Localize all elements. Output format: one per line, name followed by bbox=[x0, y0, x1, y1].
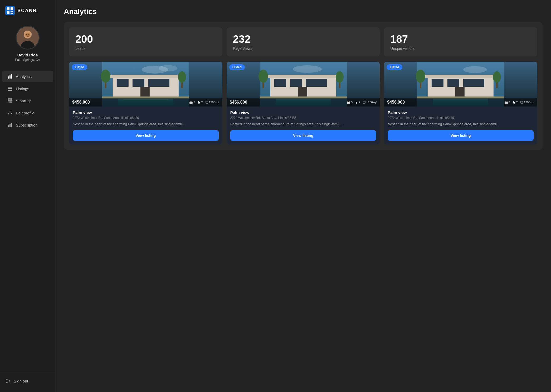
svg-point-39 bbox=[159, 65, 177, 71]
listing-baths-1: 2 bbox=[198, 101, 203, 104]
listing-desc-2: Nestled in the heart of the charming Pal… bbox=[230, 122, 376, 127]
profile-location: Palm Springs, CA bbox=[15, 58, 40, 62]
subscription-icon bbox=[7, 122, 13, 128]
svg-rect-55 bbox=[190, 101, 191, 103]
svg-rect-65 bbox=[306, 79, 327, 87]
sidebar-item-analytics[interactable]: Analytics bbox=[2, 71, 53, 82]
svg-rect-42 bbox=[117, 79, 129, 87]
profile-name: David Rios bbox=[17, 53, 38, 57]
listing-address-1: 2972 Westheimer Rd. Santa Ana, Illinois … bbox=[73, 116, 219, 120]
svg-rect-84 bbox=[447, 79, 459, 87]
listing-image-2: Listed $456,000 3 2 bbox=[227, 62, 380, 107]
svg-rect-96 bbox=[506, 101, 508, 103]
svg-rect-3 bbox=[7, 11, 9, 14]
svg-rect-85 bbox=[463, 79, 484, 87]
logo: SCANR bbox=[0, 0, 55, 21]
listing-price-3: $456,000 bbox=[387, 100, 405, 105]
listing-beds-3: 3 bbox=[505, 101, 510, 104]
sidebar-item-subscription-label: Subscription bbox=[16, 123, 38, 127]
sidebar-nav: Analytics Listings Smart qr Edit profile… bbox=[0, 68, 55, 372]
analytics-container: 200 Leads 232 Page Views 187 Unique visi… bbox=[64, 22, 543, 150]
listing-specs-3: 3 2 1200sqf bbox=[505, 101, 534, 104]
page-title: Analytics bbox=[64, 7, 543, 16]
svg-rect-21 bbox=[8, 87, 9, 88]
avatar bbox=[16, 26, 40, 50]
listing-name-3: Palm view bbox=[388, 110, 534, 115]
listings-row: Listed $456,000 3 2 bbox=[69, 62, 537, 144]
listing-body-2: Palm view 2972 Westheimer Rd. Santa Ana,… bbox=[227, 107, 380, 144]
svg-rect-2 bbox=[11, 7, 13, 10]
signout-button[interactable]: Sign out bbox=[5, 376, 50, 386]
listing-price-2: $456,000 bbox=[230, 100, 247, 105]
svg-rect-19 bbox=[8, 88, 12, 89]
svg-rect-58 bbox=[206, 101, 208, 103]
svg-rect-34 bbox=[9, 124, 11, 127]
stat-pageviews-label: Page Views bbox=[233, 46, 374, 51]
listing-specs-1: 3 2 1200sqf bbox=[189, 101, 219, 104]
svg-rect-83 bbox=[432, 79, 443, 87]
sidebar-item-listings[interactable]: Listings bbox=[2, 83, 53, 94]
listing-sqft-2: 1200sqf bbox=[363, 101, 377, 104]
sidebar-item-edit-profile[interactable]: Edit profile bbox=[2, 107, 53, 119]
sidebar-item-analytics-label: Analytics bbox=[16, 74, 32, 79]
stat-visitors-number: 187 bbox=[390, 33, 531, 45]
svg-rect-82 bbox=[425, 75, 496, 78]
listing-badge-3: Listed bbox=[387, 64, 402, 70]
listing-image-3: Listed $456,000 3 2 bbox=[384, 62, 537, 107]
view-listing-button-1[interactable]: View listing bbox=[73, 130, 219, 141]
svg-rect-66 bbox=[298, 87, 307, 97]
scanr-logo-icon bbox=[5, 6, 15, 15]
svg-point-47 bbox=[101, 70, 110, 83]
listing-address-3: 2972 Westheimer Rd. Santa Ana, Illinois … bbox=[388, 116, 534, 120]
view-listing-button-3[interactable]: View listing bbox=[388, 130, 534, 141]
svg-rect-31 bbox=[11, 102, 12, 103]
svg-point-60 bbox=[292, 65, 321, 73]
listing-desc-3: Nestled in the heart of the charming Pal… bbox=[388, 122, 534, 127]
listing-beds-2: 3 bbox=[347, 101, 353, 104]
sidebar-item-smart-qr[interactable]: Smart qr bbox=[2, 95, 53, 107]
listing-body-3: Palm view 2972 Westheimer Rd. Santa Ana,… bbox=[384, 107, 537, 144]
svg-point-80 bbox=[463, 66, 487, 73]
listing-price-bar-1: $456,000 3 2 bbox=[69, 98, 222, 107]
svg-rect-28 bbox=[10, 101, 11, 101]
listing-name-2: Palm view bbox=[230, 110, 376, 115]
svg-point-70 bbox=[335, 71, 343, 83]
sidebar-item-subscription[interactable]: Subscription bbox=[2, 119, 53, 131]
sidebar-item-smart-qr-label: Smart qr bbox=[16, 99, 31, 103]
svg-point-68 bbox=[258, 70, 268, 83]
signout-icon bbox=[5, 378, 11, 384]
edit-profile-icon bbox=[7, 110, 13, 115]
svg-rect-25 bbox=[8, 99, 9, 100]
stat-leads-label: Leads bbox=[75, 46, 216, 51]
svg-rect-77 bbox=[356, 101, 356, 102]
user-profile: David Rios Palm Springs, CA bbox=[0, 21, 55, 68]
svg-rect-0 bbox=[5, 6, 15, 15]
listing-badge-2: Listed bbox=[229, 64, 245, 70]
sidebar-item-edit-profile-label: Edit profile bbox=[16, 111, 35, 115]
listing-desc-1: Nestled in the heart of the charming Pal… bbox=[73, 122, 219, 127]
svg-rect-78 bbox=[363, 101, 365, 103]
svg-point-90 bbox=[493, 71, 501, 83]
stat-leads: 200 Leads bbox=[69, 27, 222, 56]
listing-image-1: Listed $456,000 3 2 bbox=[69, 62, 222, 107]
svg-rect-97 bbox=[513, 101, 514, 102]
svg-rect-7 bbox=[12, 13, 13, 14]
sidebar: SCANR David Rios Palm Springs, CA bbox=[0, 0, 55, 392]
svg-rect-33 bbox=[8, 125, 9, 127]
svg-rect-35 bbox=[11, 123, 12, 127]
listing-beds-1: 3 bbox=[189, 101, 195, 104]
listing-sqft-3: 1200sqf bbox=[520, 101, 534, 104]
listings-icon bbox=[7, 86, 13, 91]
svg-rect-15 bbox=[8, 76, 9, 79]
svg-rect-44 bbox=[148, 79, 169, 87]
view-listing-button-2[interactable]: View listing bbox=[230, 130, 376, 141]
stats-row: 200 Leads 232 Page Views 187 Unique visi… bbox=[69, 27, 537, 56]
svg-point-13 bbox=[26, 34, 27, 35]
logo-text: SCANR bbox=[17, 8, 37, 13]
svg-rect-86 bbox=[455, 87, 465, 97]
svg-rect-41 bbox=[110, 75, 181, 78]
svg-rect-16 bbox=[9, 75, 11, 79]
svg-rect-95 bbox=[505, 101, 506, 103]
listing-price-bar-3: $456,000 3 2 bbox=[384, 98, 537, 107]
listing-baths-2: 2 bbox=[355, 101, 360, 104]
